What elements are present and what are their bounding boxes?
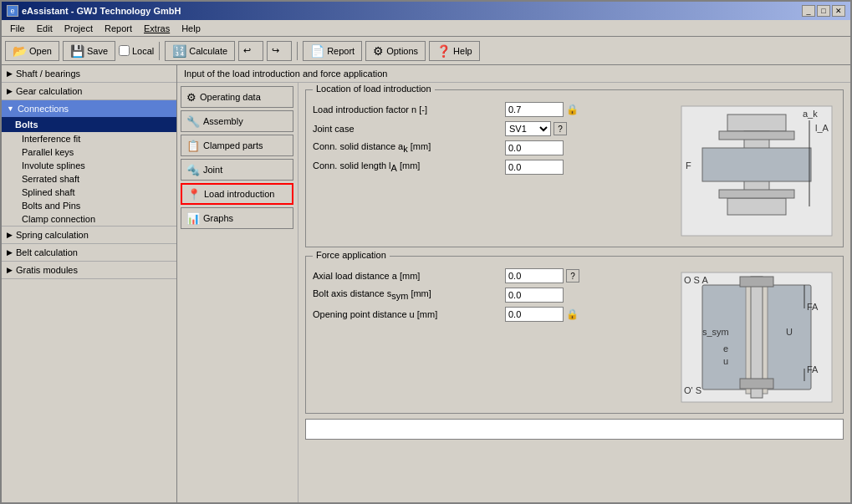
- graphs-button[interactable]: 📊 Graphs: [181, 207, 293, 229]
- load-introduction-section-content: Load introduction factor n [-] 🔒 Joint c…: [306, 90, 843, 247]
- title-bar: e eAssistant - GWJ Technology GmbH _ □ ✕: [2, 2, 850, 20]
- svg-rect-4: [719, 131, 794, 140]
- options-label: Options: [386, 46, 418, 56]
- assembly-button[interactable]: 🔧 Assembly: [181, 110, 293, 132]
- svg-text:F: F: [686, 160, 691, 171]
- lock-icon-load-factor[interactable]: 🔒: [566, 104, 579, 115]
- solid-distance-input[interactable]: [505, 140, 564, 155]
- local-checkbox-area: Local: [119, 45, 154, 56]
- solid-length-label: Conn. solid length lA [mm]: [313, 160, 505, 173]
- maximize-button[interactable]: □: [817, 5, 830, 17]
- assembly-icon: 🔧: [186, 115, 200, 128]
- lock-icon-opening[interactable]: 🔒: [566, 308, 579, 320]
- svg-text:s_sym: s_sym: [702, 327, 729, 337]
- sidebar-section-belt: ▶ Belt calculation: [2, 244, 176, 262]
- joint-label: Joint: [203, 165, 222, 175]
- sidebar-item-bolts[interactable]: Bolts: [2, 117, 176, 132]
- involute-splines-label: Involute splines: [22, 160, 85, 171]
- interference-label: Interference fit: [22, 134, 80, 144]
- clamped-parts-button[interactable]: 📋 Clamped parts: [181, 135, 293, 156]
- calculate-button[interactable]: 🔢 Calculate: [165, 41, 235, 61]
- sidebar-section-spring: ▶ Spring calculation: [2, 227, 176, 244]
- load-introduction-icon: 📍: [187, 188, 201, 201]
- operating-data-button[interactable]: ⚙ Operating data: [181, 86, 293, 108]
- sidebar-item-spring-calculation[interactable]: ▶ Spring calculation: [2, 227, 176, 243]
- bolt-diagram-top: a_k l_A F: [677, 102, 836, 242]
- sidebar-item-belt-calculation[interactable]: ▶ Belt calculation: [2, 244, 176, 261]
- operating-data-label: Operating data: [200, 92, 261, 102]
- solid-length-input[interactable]: [505, 160, 564, 175]
- graphs-label: Graphs: [203, 213, 233, 223]
- opening-point-row: Opening point distance u [mm] 🔒: [313, 307, 669, 322]
- open-button[interactable]: 📂 Open: [5, 41, 59, 61]
- sidebar-item-involute-splines[interactable]: Involute splines: [2, 159, 176, 172]
- options-button[interactable]: ⚙ Options: [365, 41, 426, 61]
- menu-report[interactable]: Report: [99, 23, 137, 34]
- load-factor-input[interactable]: [505, 102, 564, 117]
- svg-rect-6: [702, 148, 811, 181]
- content-header-text: Input of the load introduction and force…: [184, 69, 387, 79]
- splined-shaft-label: Splined shaft: [22, 187, 75, 197]
- app-icon: e: [7, 5, 18, 17]
- undo-button[interactable]: ↩: [238, 41, 263, 61]
- close-button[interactable]: ✕: [832, 5, 845, 17]
- report-icon: 📄: [310, 44, 324, 58]
- axial-load-input[interactable]: [505, 268, 564, 283]
- bolt-axis-input[interactable]: [505, 288, 564, 303]
- main-window: e eAssistant - GWJ Technology GmbH _ □ ✕…: [0, 0, 852, 504]
- help-toolbar-button[interactable]: ❓ Help: [429, 41, 480, 61]
- svg-rect-16: [740, 379, 773, 389]
- sidebar-item-gear-calculation[interactable]: ▶ Gear calculation: [2, 83, 176, 99]
- sidebar-item-clamp-connection[interactable]: Clamp connection: [2, 212, 176, 226]
- axial-load-help-button[interactable]: ?: [566, 269, 579, 283]
- sidebar-item-splined-shaft[interactable]: Splined shaft: [2, 186, 176, 199]
- svg-text:O' S: O' S: [684, 385, 701, 395]
- content-area: Input of the load introduction and force…: [177, 65, 850, 502]
- joint-icon: 🔩: [186, 164, 200, 176]
- sidebar-item-connections[interactable]: ▼ Connections: [2, 100, 176, 117]
- sidebar-label-spring: Spring calculation: [16, 230, 89, 240]
- svg-text:O  S  A: O S A: [684, 275, 708, 285]
- load-introduction-button[interactable]: 📍 Load introduction: [181, 183, 293, 205]
- local-checkbox[interactable]: [119, 45, 130, 56]
- sidebar-item-shaft-bearings[interactable]: ▶ Shaft / bearings: [2, 65, 176, 82]
- menu-extras[interactable]: Extras: [139, 23, 175, 34]
- svg-text:FA: FA: [807, 364, 819, 374]
- save-icon: 💾: [70, 44, 84, 58]
- clamped-parts-icon: 📋: [186, 140, 200, 152]
- bolt-diagram-top-svg: a_k l_A F: [677, 102, 836, 240]
- load-introduction-section-title: Location of load introduction: [313, 84, 435, 94]
- open-label: Open: [29, 46, 52, 56]
- sidebar-item-bolts-pins[interactable]: Bolts and Pins: [2, 199, 176, 212]
- bolt-axis-row: Bolt axis distance ssym [mm]: [313, 288, 669, 303]
- help-icon: ❓: [436, 44, 451, 58]
- report-button[interactable]: 📄 Report: [303, 41, 362, 61]
- toolbar: 📂 Open 💾 Save Local 🔢 Calculate ↩ ↪ 📄 Re…: [2, 37, 850, 65]
- menu-help[interactable]: Help: [176, 23, 206, 34]
- window-controls: _ □ ✕: [802, 5, 845, 17]
- menu-file[interactable]: File: [5, 23, 30, 34]
- sidebar-item-gratis-modules[interactable]: ▶ Gratis modules: [2, 262, 176, 278]
- svg-text:l_A: l_A: [815, 123, 829, 133]
- sidebar-item-serrated-shaft[interactable]: Serrated shaft: [2, 172, 176, 186]
- operating-data-icon: ⚙: [186, 91, 196, 104]
- minimize-button[interactable]: _: [802, 5, 815, 17]
- bolt-diagram-bottom-svg: O S A FA FA s_sym e u U: [677, 268, 836, 406]
- redo-button[interactable]: ↪: [267, 41, 292, 61]
- svg-rect-15: [740, 277, 773, 287]
- svg-rect-1: [727, 115, 786, 131]
- svg-text:u: u: [723, 356, 728, 366]
- sidebar-item-interference[interactable]: Interference fit: [2, 132, 176, 145]
- content-body: ⚙ Operating data 🔧 Assembly 📋 Clamped pa…: [177, 83, 850, 502]
- menu-edit[interactable]: Edit: [32, 23, 58, 34]
- joint-case-help-button[interactable]: ?: [554, 122, 567, 135]
- opening-point-input[interactable]: [505, 307, 564, 322]
- save-button[interactable]: 💾 Save: [63, 41, 115, 61]
- sidebar-item-parallel-keys[interactable]: Parallel keys: [2, 145, 176, 159]
- joint-button[interactable]: 🔩 Joint: [181, 159, 293, 181]
- arrow-gear: ▶: [7, 87, 13, 95]
- joint-case-select[interactable]: SV1 SV2 SV3: [505, 121, 551, 136]
- sidebar: ▶ Shaft / bearings ▶ Gear calculation ▼ …: [2, 65, 177, 502]
- menu-project[interactable]: Project: [59, 23, 98, 34]
- clamp-conn-label: Clamp connection: [22, 214, 95, 224]
